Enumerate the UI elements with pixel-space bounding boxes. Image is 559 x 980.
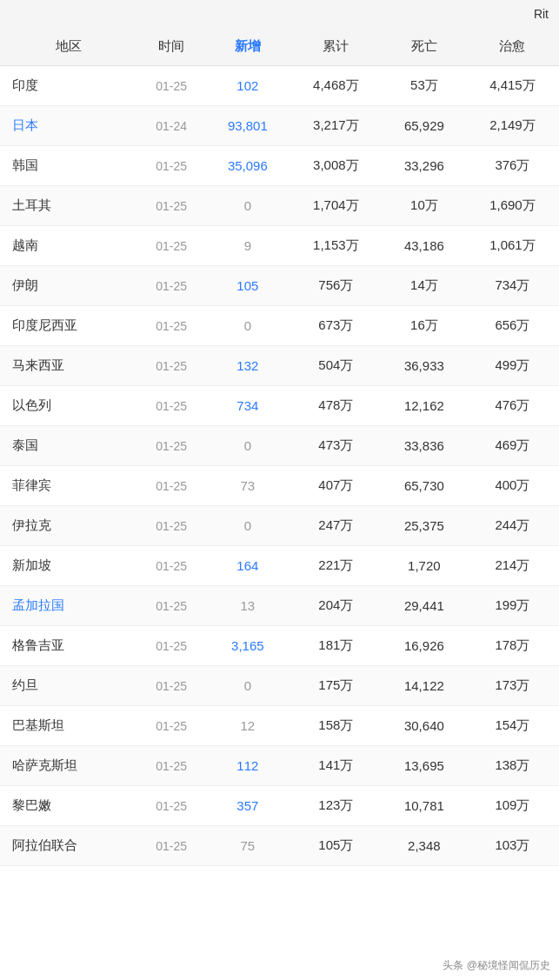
recovered-cell: 2,149万 xyxy=(466,106,559,146)
region-cell: 菲律宾 xyxy=(0,466,137,506)
region-cell[interactable]: 日本 xyxy=(0,106,137,146)
new-add-cell: 0 xyxy=(206,186,289,226)
table-row: 泰国01-250473万33,836469万 xyxy=(0,426,559,466)
new-add-cell: 0 xyxy=(206,506,289,546)
total-cell: 478万 xyxy=(289,386,383,426)
deaths-cell: 14,122 xyxy=(383,666,466,706)
recovered-cell: 138万 xyxy=(466,746,559,786)
region-cell: 韩国 xyxy=(0,146,137,186)
header-新增: 新增 xyxy=(206,28,289,66)
recovered-cell: 178万 xyxy=(466,626,559,666)
total-cell: 1,704万 xyxy=(289,186,383,226)
region-cell: 越南 xyxy=(0,226,137,266)
region-cell: 泰国 xyxy=(0,426,137,466)
new-add-cell: 0 xyxy=(206,666,289,706)
table-row: 印度尼西亚01-250673万16万656万 xyxy=(0,306,559,346)
total-cell: 473万 xyxy=(289,426,383,466)
date-cell: 01-25 xyxy=(137,826,206,866)
deaths-cell: 10,781 xyxy=(383,786,466,826)
new-add-cell: 132 xyxy=(206,346,289,386)
table-row: 菲律宾01-2573407万65,730400万 xyxy=(0,466,559,506)
region-cell: 哈萨克斯坦 xyxy=(0,746,137,786)
region-cell: 土耳其 xyxy=(0,186,137,226)
table-row: 巴基斯坦01-2512158万30,640154万 xyxy=(0,706,559,746)
table-row: 黎巴嫩01-25357123万10,781109万 xyxy=(0,786,559,826)
recovered-cell: 469万 xyxy=(466,426,559,466)
recovered-cell: 1,061万 xyxy=(466,226,559,266)
date-cell: 01-25 xyxy=(137,186,206,226)
deaths-cell: 30,640 xyxy=(383,706,466,746)
date-cell: 01-24 xyxy=(137,106,206,146)
date-cell: 01-25 xyxy=(137,706,206,746)
total-cell: 756万 xyxy=(289,266,383,306)
table-header-row: 地区时间新增累计死亡治愈 xyxy=(0,28,559,66)
deaths-cell: 65,929 xyxy=(383,106,466,146)
header-死亡: 死亡 xyxy=(383,28,466,66)
table-row: 越南01-2591,153万43,1861,061万 xyxy=(0,226,559,266)
recovered-cell: 376万 xyxy=(466,146,559,186)
region-cell: 新加坡 xyxy=(0,546,137,586)
total-cell: 3,008万 xyxy=(289,146,383,186)
deaths-cell: 14万 xyxy=(383,266,466,306)
total-cell: 1,153万 xyxy=(289,226,383,266)
new-add-cell: 112 xyxy=(206,746,289,786)
deaths-cell: 25,375 xyxy=(383,506,466,546)
total-cell: 407万 xyxy=(289,466,383,506)
table-row: 格鲁吉亚01-253,165181万16,926178万 xyxy=(0,626,559,666)
recovered-cell: 154万 xyxy=(466,706,559,746)
total-cell: 204万 xyxy=(289,586,383,626)
new-add-cell: 105 xyxy=(206,266,289,306)
new-add-cell: 357 xyxy=(206,786,289,826)
date-cell: 01-25 xyxy=(137,306,206,346)
deaths-cell: 10万 xyxy=(383,186,466,226)
header-治愈: 治愈 xyxy=(466,28,559,66)
date-cell: 01-25 xyxy=(137,786,206,826)
date-cell: 01-25 xyxy=(137,66,206,106)
region-cell: 约旦 xyxy=(0,666,137,706)
region-cell: 印度 xyxy=(0,66,137,106)
recovered-cell: 173万 xyxy=(466,666,559,706)
recovered-cell: 734万 xyxy=(466,266,559,306)
deaths-cell: 53万 xyxy=(383,66,466,106)
deaths-cell: 2,348 xyxy=(383,826,466,866)
new-add-cell: 12 xyxy=(206,706,289,746)
recovered-cell: 400万 xyxy=(466,466,559,506)
top-bar-text: Rit xyxy=(534,7,549,21)
deaths-cell: 43,186 xyxy=(383,226,466,266)
recovered-cell: 214万 xyxy=(466,546,559,586)
deaths-cell: 16万 xyxy=(383,306,466,346)
table-row: 土耳其01-2501,704万10万1,690万 xyxy=(0,186,559,226)
total-cell: 247万 xyxy=(289,506,383,546)
region-cell: 以色列 xyxy=(0,386,137,426)
header-累计: 累计 xyxy=(289,28,383,66)
new-add-cell: 9 xyxy=(206,226,289,266)
new-add-cell: 734 xyxy=(206,386,289,426)
table-row: 孟加拉国01-2513204万29,441199万 xyxy=(0,586,559,626)
table-row: 印度01-251024,468万53万4,415万 xyxy=(0,66,559,106)
new-add-cell: 73 xyxy=(206,466,289,506)
region-cell[interactable]: 孟加拉国 xyxy=(0,586,137,626)
date-cell: 01-25 xyxy=(137,626,206,666)
table-row: 伊拉克01-250247万25,375244万 xyxy=(0,506,559,546)
total-cell: 504万 xyxy=(289,346,383,386)
recovered-cell: 244万 xyxy=(466,506,559,546)
date-cell: 01-25 xyxy=(137,746,206,786)
date-cell: 01-25 xyxy=(137,666,206,706)
table-row: 哈萨克斯坦01-25112141万13,695138万 xyxy=(0,746,559,786)
covid-table: 地区时间新增累计死亡治愈 印度01-251024,468万53万4,415万日本… xyxy=(0,28,559,866)
new-add-cell: 102 xyxy=(206,66,289,106)
region-cell: 阿拉伯联合 xyxy=(0,826,137,866)
new-add-cell: 0 xyxy=(206,426,289,466)
region-cell: 印度尼西亚 xyxy=(0,306,137,346)
deaths-cell: 16,926 xyxy=(383,626,466,666)
table-row: 马来西亚01-25132504万36,933499万 xyxy=(0,346,559,386)
deaths-cell: 65,730 xyxy=(383,466,466,506)
table-row: 以色列01-25734478万12,162476万 xyxy=(0,386,559,426)
date-cell: 01-25 xyxy=(137,466,206,506)
recovered-cell: 1,690万 xyxy=(466,186,559,226)
table-row: 日本01-2493,8013,217万65,9292,149万 xyxy=(0,106,559,146)
new-add-cell: 3,165 xyxy=(206,626,289,666)
date-cell: 01-25 xyxy=(137,226,206,266)
new-add-cell: 93,801 xyxy=(206,106,289,146)
table-row: 韩国01-2535,0963,008万33,296376万 xyxy=(0,146,559,186)
